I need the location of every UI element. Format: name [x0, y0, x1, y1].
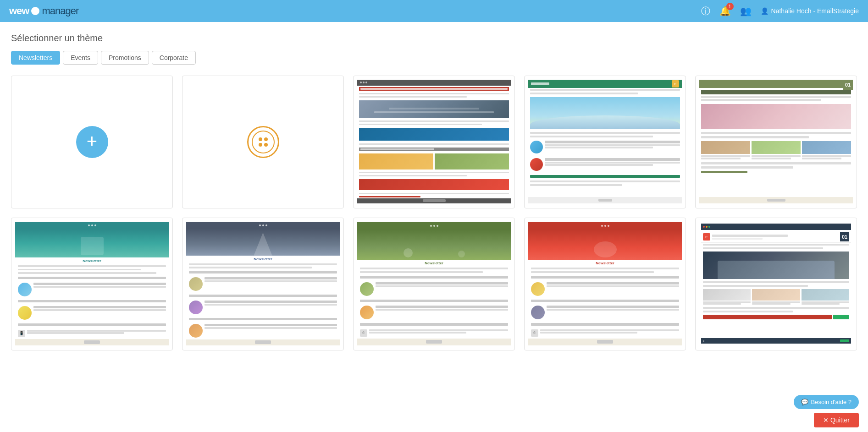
card-template-summer-teal[interactable]: Newsletter [11, 218, 173, 350]
template-red-preview: Newsletter [528, 222, 682, 345]
card-template-red[interactable]: Newsletter [524, 218, 686, 350]
template-summer-teal-preview: Newsletter [15, 222, 169, 345]
plus-symbol: + [87, 132, 97, 150]
card-template-winter[interactable]: Newsletter [182, 218, 344, 350]
template-flowers-preview: 01 [699, 80, 853, 203]
card-template-city[interactable] [353, 76, 515, 208]
card-template-beach[interactable]: E [524, 76, 686, 208]
card-custom-template[interactable] [182, 76, 344, 208]
tab-events[interactable]: Events [63, 51, 98, 65]
custom-dot-4 [264, 143, 268, 147]
main-content: Sélectionner un thème Newsletters Events… [0, 22, 868, 432]
header-icons: ⓘ 🔔 1 👥 👤 Nathalie Hoch - EmailStrategie [701, 5, 859, 17]
help-label: Besoin d'aide ? [811, 399, 852, 405]
card-add-new[interactable]: + [11, 76, 173, 208]
chat-icon: 💬 [801, 399, 808, 405]
tabs-container: Newsletters Events Promotions Corporate [11, 51, 857, 65]
card-template-flowers[interactable]: 01 [695, 76, 857, 208]
card-template-laptop[interactable]: E 01 [695, 218, 857, 350]
t-city-header [357, 80, 511, 86]
template-city-preview [357, 80, 511, 203]
logo-manager: manager [42, 5, 78, 17]
custom-dot-1 [259, 137, 262, 141]
template-beach-preview: E [528, 80, 682, 203]
logo-circle [31, 7, 39, 15]
help-button[interactable]: 💬 Besoin d'aide ? [794, 395, 859, 409]
custom-dot-3 [259, 143, 262, 147]
header: wew manager ⓘ 🔔 1 👥 👤 Nathalie Hoch - Em… [0, 0, 868, 22]
templates-grid: + [11, 76, 857, 350]
page-title: Sélectionner un thème [11, 33, 857, 44]
template-green-preview: Newsletter [357, 222, 511, 345]
user-label[interactable]: 👤 Nathalie Hoch - EmailStrategie [761, 7, 859, 15]
tab-promotions[interactable]: Promotions [101, 51, 149, 65]
user-avatar-icon: 👤 [761, 7, 768, 15]
custom-dots [259, 137, 268, 147]
custom-template-icon [247, 126, 279, 158]
user-name: Nathalie Hoch - EmailStrategie [771, 7, 859, 15]
quit-button[interactable]: ✕ Quitter [814, 413, 859, 427]
help-icon[interactable]: ⓘ [701, 5, 710, 17]
template-laptop-preview: E 01 [699, 222, 853, 345]
logo-wew: wew [9, 5, 29, 17]
tab-newsletters[interactable]: Newsletters [11, 51, 60, 65]
notifications-icon[interactable]: 🔔 1 [719, 5, 731, 16]
add-icon: + [76, 126, 108, 158]
logo: wew manager [9, 5, 78, 17]
custom-inner-circle [252, 131, 275, 153]
notification-badge: 1 [726, 3, 734, 10]
users-icon[interactable]: 👥 [740, 5, 752, 16]
t-summer-title: Newsletter [15, 257, 169, 264]
tab-corporate[interactable]: Corporate [152, 51, 196, 65]
template-winter-preview: Newsletter [186, 222, 340, 345]
card-template-green[interactable]: Newsletter [353, 218, 515, 350]
custom-dot-2 [264, 137, 268, 141]
